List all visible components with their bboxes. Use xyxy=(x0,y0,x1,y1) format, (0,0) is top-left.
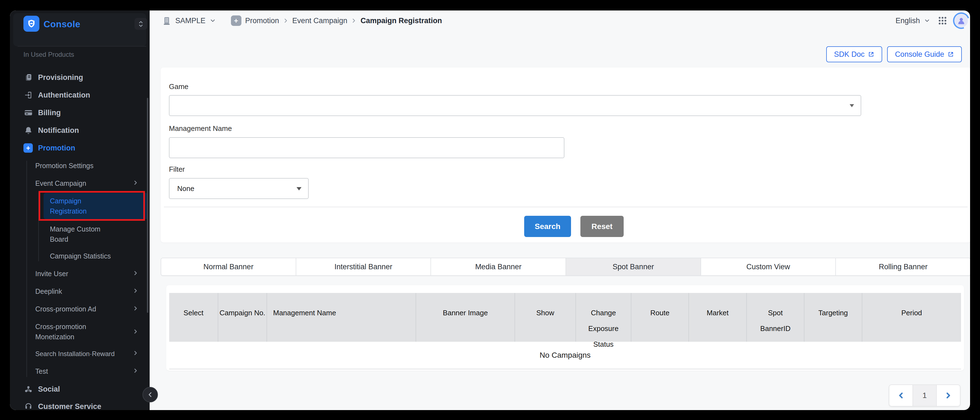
sidebar-subitem-test[interactable]: Test xyxy=(10,366,137,377)
project-selector[interactable]: SAMPLE xyxy=(175,16,205,25)
chevron-right-icon xyxy=(133,180,138,187)
external-link-icon xyxy=(868,51,875,57)
sdk-doc-button[interactable]: SDK Doc xyxy=(826,46,882,62)
headset-icon xyxy=(24,401,33,410)
tab-rolling-banner[interactable]: Rolling Banner xyxy=(836,258,970,275)
next-page-button[interactable] xyxy=(937,385,960,406)
column-header-banner-image: Banner Image xyxy=(416,293,515,342)
sidebar-item-authentication[interactable]: Authentication xyxy=(10,86,150,104)
document-icon xyxy=(24,73,33,83)
filter-label: Filter xyxy=(169,165,185,173)
sidebar-item-social[interactable]: Social xyxy=(10,380,150,398)
sidebar-item-label: Customer Service xyxy=(38,402,102,410)
chevron-right-icon xyxy=(133,328,138,336)
app-window: Console In Used Products Provisioning Au… xyxy=(10,11,970,410)
tab-spot-banner[interactable]: Spot Banner xyxy=(566,258,701,275)
sidebar-item-billing[interactable]: Billing xyxy=(10,104,150,121)
console-logo-icon[interactable] xyxy=(24,16,40,32)
column-header-show: Show xyxy=(515,293,576,342)
sidebar-subitem-event-campaign[interactable]: Event Campaign xyxy=(10,178,137,189)
column-header-route: Route xyxy=(632,293,689,342)
subitem-label: Campaign Statistics xyxy=(50,251,111,261)
sidebar-subitem-search-installation-reward[interactable]: Search Installation·Reward xyxy=(10,348,137,359)
filter-select[interactable]: None xyxy=(169,178,309,199)
sidebar-item-label: Provisioning xyxy=(38,73,83,82)
chevron-right-icon xyxy=(133,270,138,277)
language-selector[interactable]: English xyxy=(896,16,931,25)
sidebar-subitem-manage-custom-board[interactable]: Manage Custom Board xyxy=(10,224,137,245)
column-header-management-name: Management Name xyxy=(267,293,416,342)
sidebar-section-label: In Used Products xyxy=(24,51,74,59)
subitem-label: Search Installation·Reward xyxy=(35,348,115,359)
sidebar-item-customer-service[interactable]: Customer Service xyxy=(10,398,150,410)
sidebar-collapse-button[interactable] xyxy=(143,387,158,402)
console-guide-button[interactable]: Console Guide xyxy=(887,46,962,62)
sidebar-item-notification[interactable]: Notification xyxy=(10,121,150,139)
topbar-breadcrumb-area: SAMPLE + Promotion Event Campaign Campai… xyxy=(162,11,442,31)
chevron-left-icon xyxy=(897,391,905,399)
chevron-right-icon xyxy=(133,368,138,375)
sidebar-subitem-campaign-registration[interactable]: Campaign Registration xyxy=(50,196,110,216)
language-label: English xyxy=(896,16,920,25)
chevron-down-icon[interactable] xyxy=(210,18,216,24)
sidebar-expand-icon[interactable] xyxy=(135,18,147,30)
chevron-right-icon xyxy=(945,391,952,399)
campaign-table-card: Select Campaign No. Management Name Bann… xyxy=(166,285,964,371)
promotion-breadcrumb-icon: + xyxy=(231,16,242,26)
subitem-label: Cross-promotion Monetization xyxy=(35,321,102,342)
topbar-actions: English xyxy=(896,11,968,31)
form-divider xyxy=(164,207,967,207)
sdk-doc-label: SDK Doc xyxy=(834,50,864,59)
empty-table-message: No Campaigns xyxy=(169,342,961,369)
column-header-campaign-no: Campaign No. xyxy=(218,293,267,342)
game-label: Game xyxy=(169,83,188,91)
organization-icon xyxy=(162,16,172,25)
column-header-change-exposure-status: Change Exposure Status xyxy=(576,293,632,342)
management-name-input[interactable] xyxy=(169,137,565,158)
apps-grid-icon[interactable] xyxy=(937,16,948,25)
sidebar-subitem-campaign-statistics[interactable]: Campaign Statistics xyxy=(10,250,137,261)
column-header-spot-bannerid: Spot BannerID xyxy=(747,293,805,342)
console-guide-label: Console Guide xyxy=(895,50,944,59)
chevron-right-icon xyxy=(133,305,138,313)
subitem-label: Test xyxy=(35,366,48,377)
reset-button[interactable]: Reset xyxy=(581,216,624,237)
tab-interstitial-banner[interactable]: Interstitial Banner xyxy=(296,258,431,275)
external-link-icon xyxy=(948,51,954,57)
sidebar-subitem-invite-user[interactable]: Invite User xyxy=(10,268,137,279)
credit-card-icon xyxy=(24,108,33,118)
caret-down-icon xyxy=(296,187,302,191)
sidebar-subitem-promotion-settings[interactable]: Promotion Settings xyxy=(10,160,137,171)
chevron-right-icon xyxy=(133,288,138,295)
subitem-label: Manage Custom Board xyxy=(50,224,105,245)
table-header-row: Select Campaign No. Management Name Bann… xyxy=(169,293,961,342)
sidebar-scrollbar[interactable] xyxy=(147,98,148,313)
doc-buttons-row: SDK Doc Console Guide xyxy=(826,46,962,62)
breadcrumb-root[interactable]: Promotion xyxy=(245,16,279,25)
sidebar-subitem-deeplink[interactable]: Deeplink xyxy=(10,286,137,297)
sidebar-item-provisioning[interactable]: Provisioning xyxy=(10,68,150,86)
tab-media-banner[interactable]: Media Banner xyxy=(431,258,566,275)
previous-page-button[interactable] xyxy=(889,385,913,406)
breadcrumb-middle[interactable]: Event Campaign xyxy=(293,16,347,25)
sidebar-subitem-cross-promotion-monetization[interactable]: Cross-promotion Monetization xyxy=(10,321,137,342)
chevron-right-icon xyxy=(283,18,288,24)
user-avatar[interactable] xyxy=(955,14,968,27)
tab-custom-view[interactable]: Custom View xyxy=(701,258,836,275)
breadcrumb-current: Campaign Registration xyxy=(361,16,442,25)
chevron-right-icon xyxy=(351,18,356,24)
tab-normal-banner[interactable]: Normal Banner xyxy=(161,258,296,275)
sidebar-item-label: Authentication xyxy=(38,91,90,100)
sidebar-subitem-cross-promotion-ad[interactable]: Cross-promotion Ad xyxy=(10,304,137,315)
banner-tabs: Normal Banner Interstitial Banner Media … xyxy=(161,258,970,276)
subitem-label: Promotion Settings xyxy=(35,161,94,171)
game-select[interactable] xyxy=(169,95,861,116)
caret-down-icon xyxy=(850,104,854,107)
subitem-label: Deeplink xyxy=(35,286,62,296)
subitem-label: Invite User xyxy=(35,269,68,279)
current-page-indicator[interactable]: 1 xyxy=(913,385,937,406)
search-button[interactable]: Search xyxy=(524,216,571,237)
sidebar: Console In Used Products Provisioning Au… xyxy=(10,11,150,410)
column-header-targeting: Targeting xyxy=(805,293,862,342)
sidebar-item-promotion[interactable]: + Promotion xyxy=(10,139,150,157)
